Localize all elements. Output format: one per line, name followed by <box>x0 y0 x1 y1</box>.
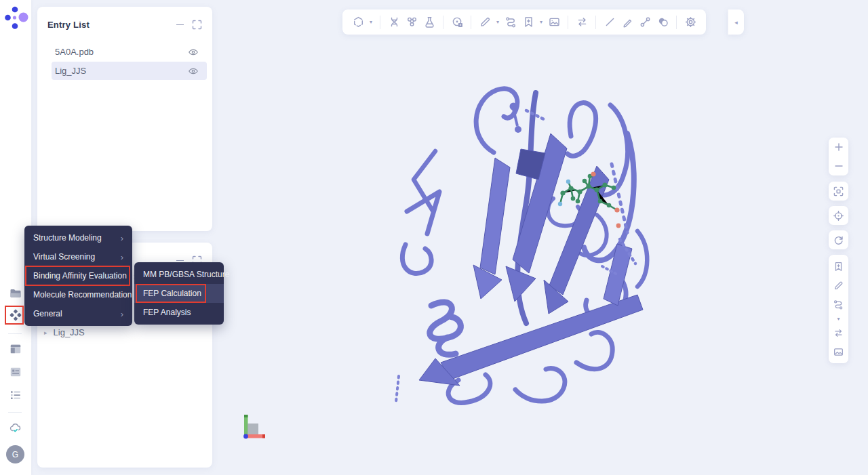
menu-item-molecule-recommendation[interactable]: Molecule Recommendation › <box>24 285 132 304</box>
pencil-slash-icon <box>621 16 634 28</box>
pencil-icon <box>833 280 844 291</box>
bond-tool-button[interactable] <box>636 14 654 31</box>
axis-gizmo[interactable] <box>239 411 269 443</box>
gear-icon <box>684 16 697 28</box>
zoom-out-button[interactable] <box>829 157 848 175</box>
crosshair-icon <box>833 210 844 222</box>
tree-expand-icon[interactable]: ▸ <box>44 329 47 336</box>
fit-frame-icon <box>833 186 844 197</box>
cloud-check-icon <box>9 421 22 435</box>
expand-panel-button[interactable] <box>191 18 203 30</box>
line-icon <box>604 16 616 28</box>
cloud-sync-button[interactable] <box>7 420 24 436</box>
entry-list-header: Entry List <box>37 7 212 37</box>
tools-dropdown-caret-icon[interactable]: ▾ <box>837 314 840 323</box>
toolbar-collapse-button[interactable]: ◂ <box>728 9 744 35</box>
minimize-panel-button[interactable] <box>174 18 186 30</box>
folder-icon <box>9 287 22 300</box>
menu-item-label: Virtual Screening <box>33 252 95 262</box>
bookmark-add-button[interactable] <box>519 14 537 31</box>
zoom-card <box>829 138 848 175</box>
bookmark-add-button[interactable] <box>829 257 848 276</box>
center-target-button[interactable] <box>829 206 848 225</box>
image-icon <box>833 346 844 358</box>
overlay-tool-button[interactable] <box>654 14 671 31</box>
connector-tool-button[interactable] <box>502 14 519 31</box>
transform-swap-button[interactable] <box>573 14 591 31</box>
modules-menu-button[interactable] <box>7 307 24 323</box>
toolbar-divider <box>471 16 471 29</box>
helix-tool-button[interactable] <box>385 14 403 31</box>
layout-panel-button[interactable] <box>7 341 24 357</box>
transform-swap-button[interactable] <box>829 323 848 342</box>
snapshot-button[interactable] <box>545 14 563 31</box>
snapshot-button[interactable] <box>829 342 848 361</box>
refresh-icon <box>833 234 844 246</box>
bookmark-dropdown-caret-icon[interactable]: ▾ <box>537 19 545 25</box>
visibility-eye-icon[interactable] <box>188 47 199 58</box>
settings-button[interactable] <box>682 14 699 31</box>
entry-name: Lig_JJS <box>55 66 188 76</box>
user-avatar[interactable]: G <box>6 445 24 463</box>
structure-item-name: Lig_JJS <box>54 327 85 337</box>
sidebar-divider <box>8 412 22 413</box>
sketch-tool-button[interactable] <box>618 14 636 31</box>
entry-row-lig-jjs[interactable]: Lig_JJS <box>52 62 207 80</box>
menu-item-label: General <box>33 309 62 318</box>
module-context-menu: Structure Modeling › Virtual Screening ›… <box>24 226 132 326</box>
toolbar-divider <box>380 16 380 29</box>
line-tool-button[interactable] <box>601 14 618 31</box>
submenu-item-fep-calculation[interactable]: FEP Calculation <box>134 284 224 303</box>
fit-view-button[interactable] <box>829 182 848 201</box>
selection-mode-button[interactable] <box>448 14 466 31</box>
toolbar-divider <box>676 16 677 29</box>
annotation-tools-card: ▾ <box>829 255 848 363</box>
connector-tool-button[interactable] <box>829 295 848 314</box>
minus-icon <box>176 24 184 25</box>
axis-origin-dot <box>243 434 248 439</box>
bookmark-add-icon <box>522 16 535 28</box>
menu-item-label: Binding Affinity Evaluation <box>33 271 127 281</box>
submenu-item-fep-analysis[interactable]: FEP Analysis <box>134 303 224 322</box>
viewer-toolbar: ▾ ▾ <box>342 9 706 35</box>
structure-tree-item-lig-jjs[interactable]: ▸ Lig_JJS <box>44 327 85 337</box>
pencil-icon <box>479 16 492 28</box>
layout-window-icon <box>9 342 22 356</box>
molecule-tool-button[interactable] <box>403 14 420 31</box>
flask-icon <box>423 16 436 28</box>
menu-item-label: FEP Calculation <box>143 289 201 298</box>
visibility-eye-icon[interactable] <box>188 66 199 77</box>
menu-item-virtual-screening[interactable]: Virtual Screening › <box>24 247 132 266</box>
bullet-list-icon <box>9 388 22 402</box>
target-select-icon <box>451 16 464 28</box>
draw-tool-button[interactable] <box>476 14 494 31</box>
entry-name: 5A0A.pdb <box>55 47 188 57</box>
overlapping-circles-icon <box>656 16 669 28</box>
menu-item-structure-modeling[interactable]: Structure Modeling › <box>24 228 132 247</box>
submenu-item-mm-pbgbsa-structure[interactable]: MM PB/GBSA Structure <box>134 265 224 284</box>
minus-icon <box>833 161 844 171</box>
entry-row-5a0a[interactable]: 5A0A.pdb <box>52 43 207 61</box>
menu-item-general[interactable]: General › <box>24 304 132 323</box>
representation-button[interactable] <box>349 14 367 31</box>
draw-tool-button[interactable] <box>829 276 848 295</box>
panel-title: Entry List <box>47 20 169 30</box>
projects-folder-button[interactable] <box>7 285 24 302</box>
representation-dropdown-caret-icon[interactable]: ▾ <box>367 19 375 25</box>
fullscreen-icon <box>192 20 202 30</box>
zoom-in-button[interactable] <box>829 138 848 157</box>
draw-dropdown-caret-icon[interactable]: ▾ <box>494 19 502 25</box>
menu-item-binding-affinity-evaluation[interactable]: Binding Affinity Evaluation › <box>24 266 132 285</box>
menu-item-label: Molecule Recommendation <box>33 290 132 300</box>
list-panel-button[interactable] <box>7 387 24 403</box>
experiment-flask-button[interactable] <box>420 14 438 31</box>
hexagon-icon <box>352 16 365 28</box>
molecule-viewport[interactable] <box>393 71 665 410</box>
plus-icon <box>833 142 844 152</box>
reset-rotate-button[interactable] <box>829 230 848 249</box>
details-panel-button[interactable] <box>7 364 24 380</box>
menu-item-label: Structure Modeling <box>33 233 102 243</box>
center-view-card <box>829 206 848 225</box>
app-logo[interactable] <box>2 2 31 33</box>
connector-path-icon <box>833 299 844 310</box>
